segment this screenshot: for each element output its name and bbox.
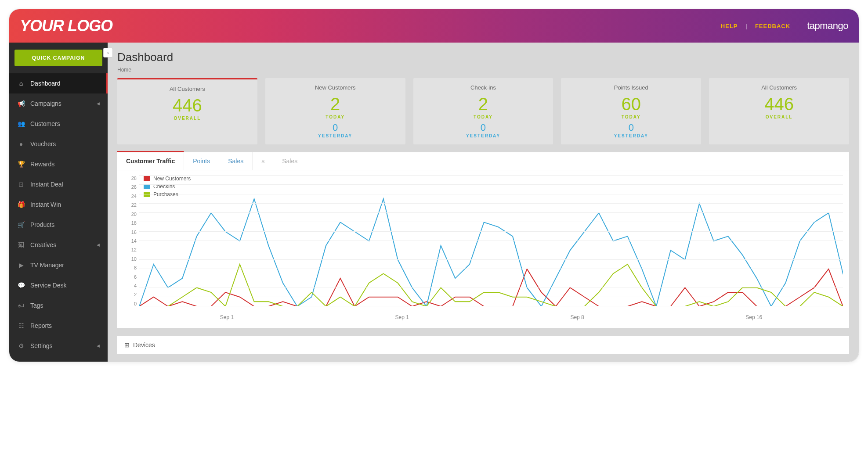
- card-value: 2: [269, 95, 402, 113]
- chart-tabs: Customer TrafficPointsSalessSales: [117, 152, 849, 170]
- card-sublabel-secondary: YESTERDAY: [269, 133, 402, 138]
- nav-icon: ●: [17, 140, 25, 148]
- chevron-left-icon: ◀: [97, 101, 100, 106]
- nav-icon: 💬: [17, 281, 25, 289]
- card-value: 2: [417, 95, 550, 113]
- stat-card-points-issued[interactable]: Points Issued60TODAY0YESTERDAY: [561, 78, 701, 144]
- devices-icon: ⊞: [124, 341, 130, 348]
- chevron-left-icon: ◀: [97, 344, 100, 348]
- stat-card-all-customers[interactable]: All Customers446OVERALL: [709, 78, 849, 144]
- stat-card-all-customers[interactable]: All Customers446OVERALL: [117, 78, 257, 144]
- sidebar-item-label: Instant Deal: [30, 181, 63, 188]
- card-sublabel: TODAY: [564, 115, 698, 119]
- breadcrumb[interactable]: Home: [117, 67, 849, 73]
- sidebar-item-customers[interactable]: 👥Customers: [9, 114, 108, 134]
- sidebar-item-instant-deal[interactable]: ⊡Instant Deal: [9, 174, 108, 194]
- sidebar-item-vouchers[interactable]: ●Vouchers: [9, 134, 108, 154]
- sidebar-item-campaigns[interactable]: 📢Campaigns◀: [9, 93, 108, 114]
- sidebar-item-label: Tags: [30, 302, 43, 309]
- sidebar-item-label: Products: [30, 221, 54, 228]
- card-sublabel-secondary: YESTERDAY: [417, 133, 550, 138]
- tab-sales[interactable]: Sales: [219, 152, 253, 170]
- tab-customer-traffic[interactable]: Customer Traffic: [117, 151, 184, 170]
- sidebar-item-label: Creatives: [30, 241, 56, 248]
- nav-icon: ▶: [17, 261, 25, 269]
- sidebar-item-label: Instant Win: [30, 201, 61, 208]
- sidebar-item-products[interactable]: 🛒Products: [9, 215, 108, 235]
- nav-icon: 🛒: [17, 221, 25, 229]
- logo: YOUR LOGO: [20, 17, 112, 35]
- feedback-link[interactable]: FEEDBACK: [755, 23, 790, 29]
- card-value: 60: [564, 95, 698, 113]
- chart-area: 2826242220181614121086420 New CustomersC…: [117, 170, 849, 328]
- help-link[interactable]: HELP: [721, 23, 738, 29]
- tab-points[interactable]: Points: [184, 152, 219, 170]
- x-tick: Sep 16: [745, 314, 762, 320]
- sidebar-item-instant-win[interactable]: 🎁Instant Win: [9, 194, 108, 215]
- sidebar-item-label: Customers: [30, 120, 60, 127]
- sidebar-item-dashboard[interactable]: ⌂Dashboard: [9, 73, 108, 93]
- card-value: 446: [712, 95, 846, 113]
- sidebar-item-service-desk[interactable]: 💬Service Desk: [9, 275, 108, 295]
- x-tick: Sep 1: [220, 314, 234, 320]
- card-value-secondary: 0: [269, 122, 402, 133]
- devices-panel-header[interactable]: ⊞ Devices: [117, 336, 849, 354]
- separator: |: [746, 23, 747, 29]
- card-title: All Customers: [121, 86, 254, 92]
- card-sublabel-secondary: YESTERDAY: [564, 133, 698, 138]
- card-title: All Customers: [712, 84, 846, 91]
- nav-icon: 🏷: [17, 302, 25, 309]
- card-sublabel: TODAY: [417, 115, 550, 119]
- brand-label: tapmango: [807, 20, 848, 32]
- sidebar: ‹ QUICK CAMPAIGN ⌂Dashboard📢Campaigns◀👥C…: [9, 43, 108, 362]
- nav-icon: ⊡: [17, 180, 25, 188]
- sidebar-item-creatives[interactable]: 🖼Creatives◀: [9, 235, 108, 255]
- sidebar-item-label: TV Manager: [30, 262, 64, 269]
- card-sublabel: OVERALL: [712, 115, 846, 119]
- card-value-secondary: 0: [564, 122, 698, 133]
- sidebar-item-settings[interactable]: ⚙Settings◀: [9, 336, 108, 356]
- card-sublabel: OVERALL: [121, 116, 254, 121]
- nav-icon: ⚙: [17, 342, 25, 350]
- card-title: Check-ins: [417, 84, 550, 91]
- card-title: New Customers: [269, 84, 402, 91]
- sidebar-item-label: Reports: [30, 322, 52, 329]
- stat-card-new-customers[interactable]: New Customers2TODAY0YESTERDAY: [265, 78, 405, 144]
- devices-label: Devices: [133, 341, 155, 348]
- tab-ghost: s: [253, 152, 273, 170]
- x-tick: Sep 1: [395, 314, 409, 320]
- nav-icon: 📢: [17, 100, 25, 108]
- sidebar-item-label: Dashboard: [30, 80, 61, 87]
- nav-icon: 🖼: [17, 241, 25, 249]
- nav-icon: ⌂: [17, 79, 25, 87]
- sidebar-item-label: Vouchers: [30, 140, 56, 147]
- nav-icon: 👥: [17, 120, 25, 128]
- chevron-left-icon: ◀: [97, 243, 100, 247]
- tab-ghost: Sales: [273, 152, 306, 170]
- sidebar-item-tv-manager[interactable]: ▶TV Manager: [9, 255, 108, 275]
- sidebar-item-tags[interactable]: 🏷Tags: [9, 295, 108, 316]
- main-content: Dashboard Home All Customers446OVERALLNe…: [108, 43, 859, 362]
- card-title: Points Issued: [564, 84, 698, 91]
- nav-icon: 🎁: [17, 201, 25, 208]
- sidebar-item-label: Service Desk: [30, 282, 66, 289]
- card-value: 446: [121, 97, 254, 114]
- card-sublabel: TODAY: [269, 115, 402, 119]
- page-title: Dashboard: [117, 50, 849, 64]
- sidebar-item-rewards[interactable]: 🏆Rewards: [9, 154, 108, 174]
- sidebar-item-reports[interactable]: ☷Reports: [9, 316, 108, 336]
- nav-icon: ☷: [17, 322, 25, 330]
- quick-campaign-button[interactable]: QUICK CAMPAIGN: [14, 50, 102, 66]
- sidebar-item-label: Rewards: [30, 161, 54, 168]
- sidebar-item-label: Settings: [30, 342, 53, 349]
- x-tick: Sep 8: [570, 314, 584, 320]
- sidebar-item-label: Campaigns: [30, 100, 61, 107]
- collapse-sidebar-button[interactable]: ‹: [103, 48, 113, 57]
- card-value-secondary: 0: [417, 122, 550, 133]
- nav-icon: 🏆: [17, 160, 25, 168]
- header: YOUR LOGO HELP | FEEDBACK tapmango: [9, 9, 859, 43]
- stat-card-check-ins[interactable]: Check-ins2TODAY0YESTERDAY: [413, 78, 553, 144]
